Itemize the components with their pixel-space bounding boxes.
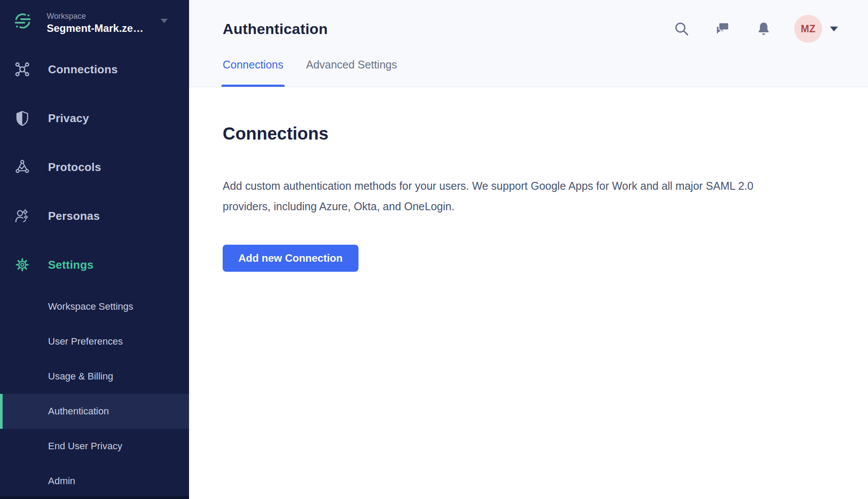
section-description: Add custom authentication methods for yo… — [223, 176, 776, 217]
content-area: Connections Add custom authentication me… — [189, 87, 868, 272]
sidebar-item-privacy[interactable]: Privacy — [0, 94, 189, 143]
workspace-caret-icon — [160, 18, 168, 24]
chat-icon[interactable] — [715, 21, 730, 37]
sub-item-label: Admin — [48, 475, 75, 487]
sidebar-nav: Connections Privacy Protocols — [0, 45, 189, 289]
workspace-label: Workspace — [47, 11, 143, 21]
sidebar-item-admin[interactable]: Admin — [0, 464, 189, 499]
tab-bar: Connections Advanced Settings — [223, 58, 397, 87]
sidebar-bottom-strip — [0, 496, 189, 499]
section-heading: Connections — [223, 124, 839, 144]
sidebar-item-workspace-settings[interactable]: Workspace Settings — [0, 289, 189, 324]
personas-icon — [14, 208, 31, 224]
app-window: Workspace Segment-Mark.ze… — [0, 0, 868, 499]
sidebar-item-label: Connections — [48, 63, 118, 76]
gear-icon — [14, 256, 31, 273]
sidebar-item-end-user-privacy[interactable]: End User Privacy — [0, 429, 189, 464]
sidebar-item-user-preferences[interactable]: User Preferences — [0, 324, 189, 359]
sidebar: Workspace Segment-Mark.ze… — [0, 0, 189, 499]
sidebar-item-usage-billing[interactable]: Usage & Billing — [0, 359, 189, 394]
page-title: Authentication — [223, 21, 328, 38]
sub-item-label: Workspace Settings — [48, 301, 133, 312]
sidebar-item-personas[interactable]: Personas — [0, 191, 189, 240]
user-menu-caret-icon[interactable] — [829, 26, 839, 32]
sidebar-item-authentication[interactable]: Authentication — [0, 394, 189, 429]
header-actions: MZ — [674, 15, 839, 43]
sub-item-label: Authentication — [48, 406, 109, 417]
sidebar-item-connections[interactable]: Connections — [0, 45, 189, 94]
sidebar-item-label: Personas — [48, 209, 100, 223]
main-panel: Authentication MZ — [189, 0, 868, 499]
sidebar-item-protocols[interactable]: Protocols — [0, 143, 189, 191]
sub-item-label: Usage & Billing — [48, 371, 113, 382]
tab-advanced-settings[interactable]: Advanced Settings — [306, 58, 397, 87]
tab-connections[interactable]: Connections — [223, 58, 283, 87]
workspace-name: Segment-Mark.ze… — [47, 22, 143, 35]
sub-item-label: End User Privacy — [48, 441, 122, 452]
avatar-initials: MZ — [801, 23, 816, 35]
protocols-icon — [14, 159, 31, 175]
shield-icon — [14, 110, 31, 126]
settings-subnav: Workspace Settings User Preferences Usag… — [0, 289, 189, 499]
sidebar-item-label: Settings — [48, 258, 93, 272]
avatar[interactable]: MZ — [794, 15, 822, 43]
bell-icon[interactable] — [756, 21, 772, 37]
add-new-connection-button[interactable]: Add new Connection — [223, 245, 358, 272]
sidebar-item-label: Protocols — [48, 161, 101, 174]
sidebar-item-label: Privacy — [48, 112, 89, 125]
connections-icon — [14, 61, 31, 78]
segment-logo-icon — [14, 12, 31, 30]
page-header: Authentication MZ — [189, 0, 868, 87]
search-icon[interactable] — [674, 21, 689, 37]
sidebar-item-settings[interactable]: Settings — [0, 240, 189, 289]
sub-item-label: User Preferences — [48, 336, 123, 347]
workspace-switcher[interactable]: Workspace Segment-Mark.ze… — [0, 0, 189, 35]
